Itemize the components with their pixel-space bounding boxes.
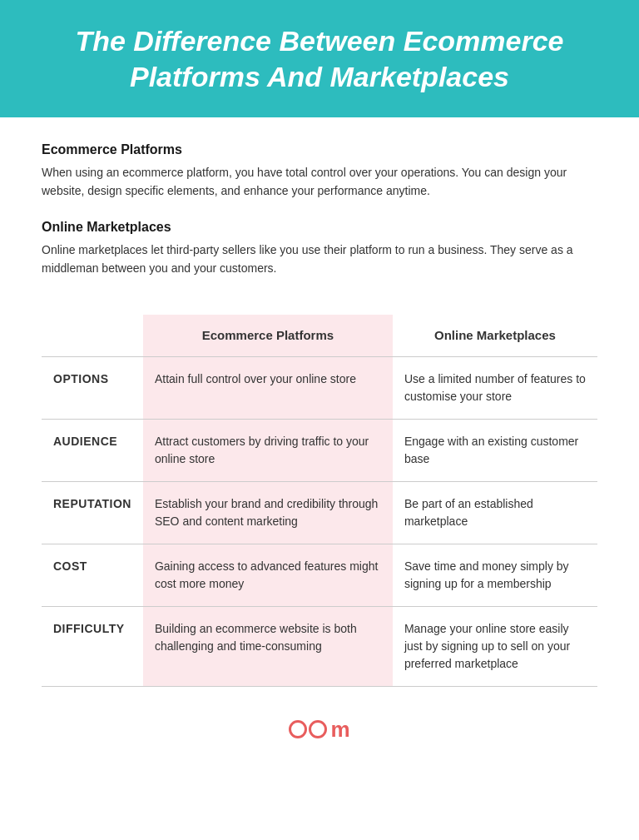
row-ecommerce-cell: Attract customers by driving traffic to … [143,420,393,482]
header: The Difference Between Ecommerce Platfor… [0,0,639,117]
ecommerce-platforms-heading: Ecommerce Platforms [42,142,597,157]
row-marketplace-cell: Save time and money simply by signing up… [393,544,597,607]
table-row: DIFFICULTYBuilding an ecommerce website … [42,607,597,687]
ecommerce-platforms-text: When using an ecommerce platform, you ha… [42,164,597,200]
logo-circle-left [289,720,307,738]
ecommerce-column-header: Ecommerce Platforms [143,315,393,357]
logo-circle-right [309,720,327,738]
intro-section: Ecommerce Platforms When using an ecomme… [0,117,639,306]
row-label: DIFFICULTY [42,607,143,687]
row-label: COST [42,544,143,607]
online-marketplaces-text: Online marketplaces let third-party sell… [42,241,597,277]
row-ecommerce-cell: Gaining access to advanced features migh… [143,544,393,607]
table-row: COSTGaining access to advanced features … [42,544,597,607]
row-marketplace-cell: Engage with an existing customer base [393,420,597,482]
comparison-table: Ecommerce Platforms Online Marketplaces … [42,315,597,688]
logo-m-letter: m [330,718,349,740]
row-ecommerce-cell: Establish your brand and credibility thr… [143,482,393,544]
logo-section: m [0,703,639,762]
page-title: The Difference Between Ecommerce Platfor… [50,23,589,94]
marketplace-column-header: Online Marketplaces [393,315,597,357]
comparison-section: Ecommerce Platforms Online Marketplaces … [0,306,639,704]
row-marketplace-cell: Be part of an established marketplace [393,482,597,544]
row-label: REPUTATION [42,482,143,544]
row-ecommerce-cell: Building an ecommerce website is both ch… [143,607,393,687]
row-marketplace-cell: Manage your online store easily just by … [393,607,597,687]
row-marketplace-cell: Use a limited number of features to cust… [393,357,597,420]
table-row: OPTIONSAttain full control over your onl… [42,357,597,420]
row-ecommerce-cell: Attain full control over your online sto… [143,357,393,420]
empty-header [42,315,143,357]
row-label: AUDIENCE [42,420,143,482]
table-row: AUDIENCEAttract customers by driving tra… [42,420,597,482]
table-row: REPUTATIONEstablish your brand and credi… [42,482,597,544]
online-marketplaces-heading: Online Marketplaces [42,220,597,235]
row-label: OPTIONS [42,357,143,420]
oom-logo: m [289,718,349,740]
